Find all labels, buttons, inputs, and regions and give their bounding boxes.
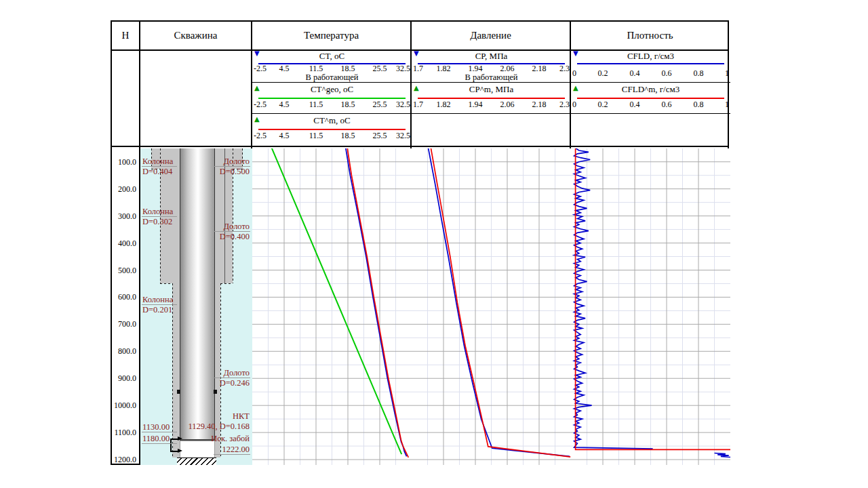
column-title-depth: H [112,22,139,49]
well-annotation-line: Долото [220,368,250,378]
scale-tick-label: 18.5 [341,100,355,110]
dashed-step [220,283,233,284]
scale-tick-label: 1 [725,68,729,79]
well-annotation-line: 1180.00 [142,434,170,444]
scale-tick-label: -2.5 [254,131,267,141]
label-leader-line [142,216,177,217]
curve-cfld [715,453,731,458]
tubing-string [180,148,215,441]
well-annotation-line: Колонна [142,157,173,167]
depth-scale-column: 100.0200.0300.0400.0500.0600.0700.0800.0… [112,148,139,465]
curve-color-rule [577,98,724,99]
scale-tick-label: 25.5 [373,131,387,141]
scale-tick-label: 0.8 [694,100,704,110]
well-annotation-line: D=0.201 [142,305,173,315]
well-annotation-line: 1130.00 [142,422,170,432]
column-title-pressure: Давление [412,22,570,49]
scale-tick-label: 1.82 [437,100,451,110]
curve-name: CFLD, г/см3 [571,51,730,62]
curve-cp^m [431,148,570,457]
curve-scale-ticks: -2.54.511.518.525.532.5 [252,131,412,140]
label-leader-line [142,304,177,305]
curve-scale-ticks: -2.54.511.518.525.532.5 [252,100,412,109]
scale-tick-label: 2.18 [532,100,547,110]
scale-tick-label: 0.4 [630,68,640,79]
curve-header-row: ▲CP^m, МПа1.71.821.942.062.182.3 [412,83,571,114]
arrow-head-icon [178,436,182,441]
depth-label: 900.0 [118,373,136,384]
curve-header-row: ▼CT, oC-2.54.511.518.525.532.5В работающ… [252,49,412,83]
label-leader-line [214,378,250,378]
scale-tick-label: 1.7 [413,100,423,110]
density-curve-headers: ▼CFLD, г/см300.20.40.60.81▲CFLD^m, г/см3… [571,49,730,114]
curve-header-row: ▼CFLD, г/см300.20.40.60.81 [571,49,730,83]
packer-left [177,390,180,394]
depth-label: 200.0 [118,184,136,195]
arrow-connector [170,439,172,451]
curve-cp [428,148,570,456]
scale-tick-label: 32.5 [396,100,410,110]
well-annotation-line: Долото [220,222,250,232]
well-annotation-line: 1129.40, D=0.168 [188,422,250,432]
scale-tick-label: 0.4 [630,100,640,110]
depth-label: 400.0 [118,239,136,249]
scale-tick-label: 0.6 [662,100,672,110]
scale-tick-label: 0 [572,68,576,79]
curve-header-row: ▲CT^m, oC-2.54.511.518.525.532.5 [252,114,412,146]
pressure-plot[interactable] [412,148,571,465]
dashed-step [160,283,172,284]
curve-scale-ticks: 1.71.821.942.062.182.3 [412,64,571,73]
well-annotation: НКТ1129.40, D=0.168 [188,411,250,431]
scale-tick-label: 0.2 [598,68,608,79]
curve-ct^geo [271,148,401,454]
arrow-head-icon [178,449,182,453]
label-leader-line [214,166,250,167]
well-annotation: 1222.00 [222,445,250,455]
curve-scale-ticks: 1.71.821.942.062.182.3 [412,100,571,109]
column-title-density: Плотность [571,22,729,49]
well-annotation-line: Долото [220,157,250,167]
scale-tick-label: 2.06 [500,100,515,110]
curve-name: CT^m, oC [252,115,412,126]
sump-cavity [180,441,215,459]
density-plot[interactable] [571,148,730,465]
well-schematic[interactable]: КолоннаD=0.404КолоннаD=0.302КолоннаD=0.2… [140,148,252,465]
curve-ct^m [347,148,408,458]
pressure-curve-headers: ▼CP, МПа1.71.821.942.062.182.3В работающ… [412,49,571,114]
scale-tick-label: 0.2 [598,100,608,110]
depth-label: 300.0 [118,211,136,222]
well-annotation-line: D=0.400 [220,232,250,242]
label-leader-line [142,166,177,167]
column-title-well: Скважина [140,22,251,49]
scale-tick-label: 0.6 [662,68,672,79]
scale-tick-label: 4.5 [279,131,290,141]
curve-cfld [574,148,652,449]
curve-name: CP^m, МПа [412,84,571,95]
curve-scale-ticks: 00.20.40.60.81 [571,68,730,78]
curve-scale-ticks: -2.54.511.518.525.532.5 [252,64,412,73]
curve-header-row: ▼CP, МПа1.71.821.942.062.182.3В работающ… [412,49,571,83]
curve-header-row: ▲CFLD^m, г/см300.20.40.60.81 [571,83,730,114]
column-title-temperature: Температура [252,22,410,49]
label-leader-line [214,454,250,455]
well-annotation-line: D=0.500 [220,167,250,177]
depth-label: 600.0 [118,292,136,302]
curve-subtitle: В работающей [252,73,412,83]
curve-color-rule [258,98,406,99]
depth-label: 1200.0 [114,455,136,465]
pres-plot-canvas[interactable] [412,148,571,465]
label-leader-line [142,443,177,444]
temp-plot-canvas[interactable] [252,148,412,465]
temperature-curve-headers: ▼CT, oC-2.54.511.518.525.532.5В работающ… [252,49,412,146]
curve-color-rule [418,98,565,99]
well-annotation-line: D=0.404 [142,167,173,177]
well-annotation: 1180.00 [142,434,170,444]
log-plot-table: H Скважина Температура Давление Плотност… [111,20,729,465]
bottomhole-hatch [177,458,216,465]
temperature-plot[interactable] [252,148,412,465]
dens-plot-canvas[interactable] [571,148,730,465]
well-annotation-line: Иск. забой [211,434,250,444]
curve-name: CFLD^m, г/см3 [571,84,730,95]
depth-label: 100.0 [118,157,136,167]
curve-scale-ticks: 00.20.40.60.81 [571,100,730,109]
